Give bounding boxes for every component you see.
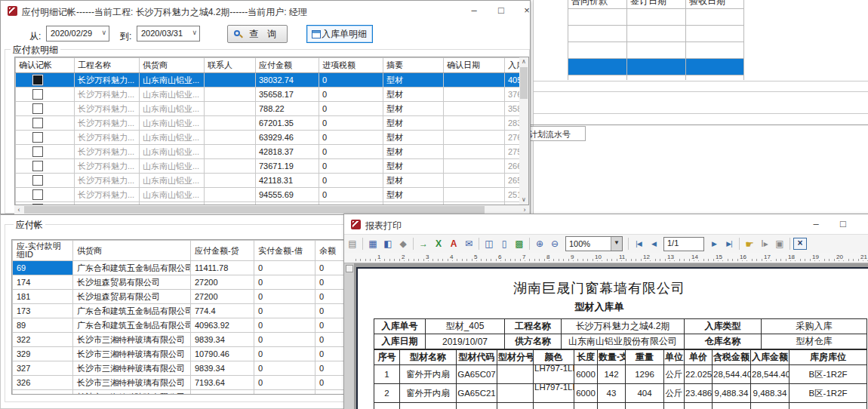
row-checkbox[interactable] (32, 132, 43, 143)
copy-page-icon[interactable]: ▣ (773, 238, 786, 251)
to-date-combobox[interactable]: 2020/03/31 ∨ (137, 26, 200, 42)
column-header[interactable]: 型材代码 (457, 350, 497, 365)
column-header[interactable]: 入库金额 (751, 350, 790, 365)
table-row[interactable]: 174长沙坦森贸易有限公司2720000 (13, 275, 367, 290)
table-row[interactable]: 2窗外开内扇GA65C21LH797-1LL600043404公斤23.4860… (374, 384, 867, 403)
table-row[interactable]: 长沙市三湘特种玻璃有限公司 (13, 390, 367, 395)
thumbnails-icon[interactable]: ▤ (346, 238, 359, 251)
row-checkbox[interactable] (32, 175, 43, 186)
column-header[interactable]: 应-实付款明细ID (13, 241, 73, 261)
table-row[interactable]: 1窗外开内扇GA65C07LH797-1LL60001421296公斤22.02… (374, 365, 867, 384)
row-checkbox[interactable] (32, 118, 43, 128)
table-row[interactable] (568, 59, 744, 75)
zoom-level-combobox[interactable]: 100% ▼ (565, 236, 623, 251)
table-row[interactable] (568, 26, 744, 42)
table-row[interactable]: 69广东合和建筑五金制品有限公司11411.7800 (13, 261, 367, 275)
column-header[interactable]: 合同价款 (568, 0, 627, 9)
table-row[interactable]: 长沙万科魅力...山东南山铝业...67201.350型材283 (16, 116, 522, 131)
open-book-icon[interactable]: ◧ (381, 238, 395, 251)
column-header[interactable]: 应付金额 (256, 58, 319, 73)
column-header[interactable]: 数量-支 (598, 350, 626, 365)
export-icon[interactable]: → (417, 238, 430, 251)
scrollbar-thumb[interactable] (520, 67, 528, 99)
row-checkbox[interactable] (32, 189, 43, 200)
pdf-export-icon[interactable]: A (447, 238, 460, 251)
maximize-button[interactable]: □ (491, 3, 511, 18)
table-row[interactable] (374, 403, 867, 409)
column-header[interactable]: 长度 (574, 350, 598, 365)
column-header[interactable]: 供货商 (140, 58, 205, 73)
report-preview-area[interactable]: 湖南巨晟门窗幕墙有限公司 型材入库单 入库单号型材_405工程名称长沙万科魅力之… (344, 263, 868, 409)
first-page-icon[interactable]: |◀ (632, 238, 645, 251)
text-select-icon[interactable]: I▸ (758, 238, 771, 251)
print-icon[interactable]: ▦ (366, 238, 380, 251)
table-row[interactable]: 长沙万科魅力...山东南山铝业...94555.690型材251 (16, 188, 522, 202)
maximize-button[interactable]: □ (833, 217, 853, 232)
minimize-button[interactable]: – (806, 217, 826, 232)
table-row[interactable] (568, 42, 744, 59)
table-row[interactable]: 89广东合和建筑五金制品有限公司40963.9200 (13, 318, 367, 333)
table-row[interactable]: 入库日期2019/10/07供方名称山东南山铝业股份有限公司仓库名称型材仓库 (374, 334, 867, 349)
column-header[interactable]: 工程名称 (75, 58, 140, 73)
excel-export-icon[interactable]: X (432, 238, 445, 251)
chevron-down-icon[interactable]: ∨ (192, 29, 197, 36)
titlebar[interactable]: 应付明细记帐------当前工程: 长沙万科魅力之城4.2期------当前用户… (1, 1, 530, 21)
hand-tool-icon[interactable]: ☛ (743, 238, 756, 251)
chevron-down-icon[interactable]: ∨ (101, 29, 106, 36)
scrollbar-thumb[interactable] (24, 206, 485, 214)
table-row[interactable]: 长沙万科魅力...山东南山铝业...42118.310型材265 (16, 174, 522, 188)
scroll-up-icon[interactable]: ∧ (519, 57, 528, 66)
row-checkbox[interactable] (32, 146, 43, 157)
table-row[interactable]: 322长沙市三湘特种玻璃有限公司9839.3400 (13, 333, 367, 347)
save-icon[interactable]: ◫ (482, 238, 496, 251)
close-preview-icon[interactable]: × (793, 238, 807, 250)
table-row[interactable] (568, 9, 744, 26)
table-row[interactable]: 181长沙坦森贸易有限公司2720000 (13, 290, 367, 304)
column-header[interactable]: 颜色 (534, 350, 574, 365)
row-checkbox[interactable] (32, 103, 43, 114)
scroll-left-icon[interactable]: ‹ (14, 205, 23, 214)
column-header[interactable]: 摘要 (383, 58, 444, 73)
column-header[interactable]: 单价 (685, 350, 713, 365)
page-setup-icon[interactable]: ▯ (497, 238, 511, 251)
query-button[interactable]: 查 询 (227, 25, 288, 43)
column-header[interactable]: 型材名称 (400, 350, 457, 365)
html-export-icon[interactable]: ▩ (512, 238, 526, 251)
table-row[interactable]: 长沙万科魅力...山东南山铝业...38032.740型材405 (16, 73, 522, 88)
column-header[interactable]: 确认记帐 (16, 58, 75, 73)
row-checkbox[interactable] (32, 161, 43, 171)
next-page-icon[interactable]: ▶ (707, 238, 721, 251)
from-date-combobox[interactable]: 2020/02/29 ∨ (46, 26, 109, 42)
column-header[interactable]: 库房库位 (790, 350, 867, 365)
table-row[interactable]: 长沙万科魅力...山东南山铝业...63929.460型材276 (16, 131, 522, 145)
close-button[interactable]: × (860, 217, 868, 232)
row-checkbox[interactable] (32, 89, 43, 100)
table-row[interactable] (568, 75, 744, 81)
column-header[interactable]: 应付金额-贷 (191, 241, 254, 261)
vertical-scrollbar[interactable]: ∧ ∨ (519, 57, 528, 204)
zoom-out-icon[interactable]: ⊖ (548, 238, 562, 251)
table-row[interactable]: 327长沙市三湘特种玻璃有限公司9839.3400 (13, 361, 367, 376)
prev-page-icon[interactable]: ◀ (647, 238, 660, 251)
settings-icon[interactable]: ◆ (396, 238, 410, 251)
chevron-down-icon[interactable]: ▼ (611, 237, 622, 251)
column-header[interactable]: 验收日期 (686, 0, 744, 9)
column-header[interactable]: 型材分号 (497, 350, 534, 365)
column-header[interactable]: 含税金额 (713, 350, 751, 365)
table-row[interactable]: 长沙万科魅力...山东南山铝业...73671.190型材266 (16, 159, 522, 174)
row-checkbox[interactable] (32, 75, 43, 85)
column-header[interactable]: 进项税额 (319, 58, 383, 73)
zoom-in-icon[interactable]: ⊕ (533, 238, 546, 251)
column-header[interactable]: 确认日期 (444, 58, 505, 73)
table-row[interactable]: 入库单号型材_405工程名称长沙万科魅力之城4.2期入库类型采购入库 (374, 319, 867, 334)
table-row[interactable]: 326长沙市三湘特种玻璃有限公司7193.6400 (13, 376, 367, 390)
last-page-icon[interactable]: ▶| (722, 238, 736, 251)
column-header[interactable]: 单位 (664, 350, 685, 365)
column-header[interactable]: 联系人 (205, 58, 256, 73)
close-button[interactable]: × (517, 3, 537, 18)
image-export-icon[interactable]: ✉ (462, 238, 476, 251)
scroll-down-icon[interactable]: ∨ (519, 195, 528, 204)
column-header[interactable]: 重量 (626, 350, 664, 365)
page-number-input[interactable]: 1/1 (663, 237, 704, 251)
table-row[interactable]: 长沙万科魅力...山东南山铝业...42818.370型材275 (16, 145, 522, 159)
